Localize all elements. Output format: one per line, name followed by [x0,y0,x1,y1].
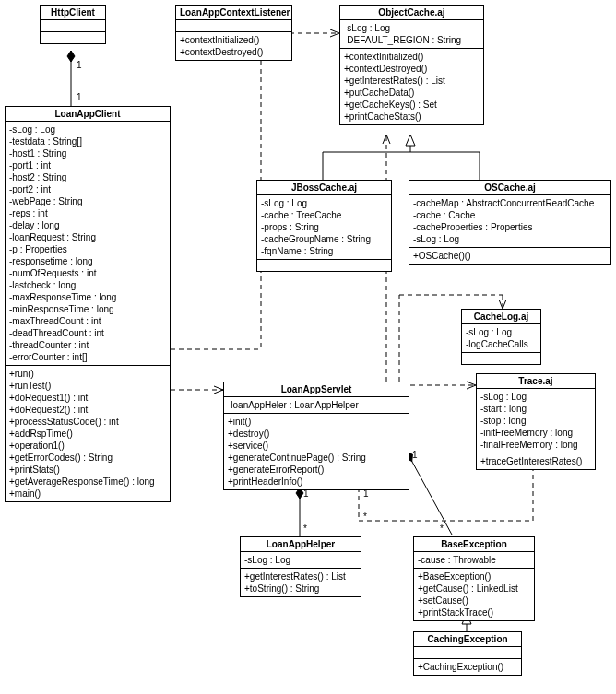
ops: +OSCache()() [409,248,610,264]
attrs: -sLog : Log -cache : TreeCache -props : … [257,195,391,260]
class-name: OSCache.aj [409,181,610,195]
class-name: HttpClient [41,6,105,20]
class-name: JBossCache.aj [257,181,391,195]
ops: +init() +destroy() +service() +generateC… [224,414,409,489]
class-loanappclient: LoanAppClient -sLog : Log -testdata : St… [5,106,171,502]
ops: +getInterestRates() : List +toString() :… [241,569,361,596]
class-name: LoanAppClient [6,107,170,122]
class-jbosscache: JBossCache.aj -sLog : Log -cache : TreeC… [256,180,392,272]
class-name: BaseException [414,537,534,552]
attrs: -sLog : Log -start : long -stop : long -… [477,389,595,453]
class-trace: Trace.aj -sLog : Log -start : long -stop… [476,373,596,470]
multiplicity: * [303,523,307,534]
attrs [176,20,291,32]
class-name: LoanAppServlet [224,382,409,397]
attrs: -sLog : Log -logCacheCalls [462,324,540,353]
multiplicity: 1 [303,488,309,499]
ops: +BaseException() +getCause() : LinkedLis… [414,569,534,620]
class-cachingexception: CachingException +CachingException() [413,631,522,676]
class-name: LoanAppHelper [241,537,361,552]
class-name: CacheLog.aj [462,310,540,324]
svg-line-15 [407,452,452,535]
class-loanapphelper: LoanAppHelper -sLog : Log +getInterestRa… [240,536,361,597]
attrs: -cause : Throwable [414,552,534,569]
ops [462,353,540,364]
class-httpclient: HttpClient [40,5,106,44]
class-name: LoanAppContextListener [176,6,291,20]
ops [257,260,391,271]
attrs: -sLog : Log -DEFAULT_REGION : String [340,20,483,49]
ops: +traceGetInterestRates() [477,453,595,469]
class-name: CachingException [414,632,521,647]
class-name: ObjectCache.aj [340,6,483,20]
attrs: -sLog : Log -testdata : String[] -host1 … [6,122,170,366]
ops: +CachingException() [414,659,521,675]
multiplicity: * [363,512,367,522]
class-oscache: OSCache.aj -cacheMap : AbstractConcurren… [409,180,611,265]
class-objectcache: ObjectCache.aj -sLog : Log -DEFAULT_REGI… [339,5,484,125]
multiplicity: * [440,523,444,534]
class-cachelog: CacheLog.aj -sLog : Log -logCacheCalls [461,309,541,365]
multiplicity: 1 [77,92,82,102]
multiplicity: 1 [77,60,82,70]
ops [41,32,105,43]
attrs [41,20,105,32]
class-baseexception: BaseException -cause : Throwable +BaseEx… [413,536,535,621]
class-loanappcontextlistener: LoanAppContextListener +contextInitializ… [175,5,292,61]
attrs: -sLog : Log [241,552,361,569]
attrs [414,647,521,659]
class-name: Trace.aj [477,374,595,389]
ops: +contextInitialized() +contextDestroyed(… [340,49,483,124]
multiplicity: 1 [412,450,418,460]
multiplicity: 1 [363,488,369,499]
ops: +run() +runTest() +doRequest1() : int +d… [6,366,170,501]
attrs: -loanAppHeler : LoanAppHelper [224,397,409,414]
attrs: -cacheMap : AbstractConcurrentReadCache … [409,195,610,248]
class-loanappservlet: LoanAppServlet -loanAppHeler : LoanAppHe… [223,382,409,490]
ops: +contextInitialized() +contextDestroyed(… [176,32,291,60]
